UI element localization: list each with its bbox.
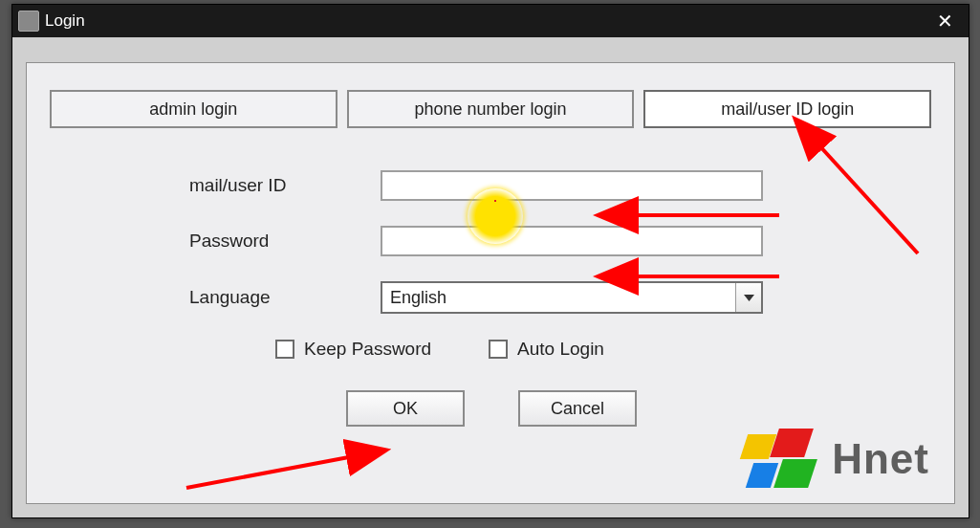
ok-button[interactable]: OK: [346, 390, 465, 427]
tab-label: mail/user ID login: [721, 99, 854, 120]
checkbox-icon: [275, 340, 294, 359]
tab-admin-login[interactable]: admin login: [50, 90, 338, 128]
brand-logo: Hnet: [744, 429, 929, 490]
password-input[interactable]: [381, 226, 763, 256]
userid-label: mail/user ID: [189, 175, 381, 196]
language-value: English: [390, 288, 446, 308]
auto-login-checkbox[interactable]: Auto Login: [489, 339, 604, 360]
tab-mail-login[interactable]: mail/user ID login: [643, 90, 931, 128]
close-icon[interactable]: ✕: [927, 10, 963, 33]
tab-phone-login[interactable]: phone number login: [347, 90, 635, 128]
cancel-button[interactable]: Cancel: [518, 390, 637, 427]
password-label: Password: [189, 231, 381, 252]
tab-label: admin login: [149, 99, 237, 120]
keep-password-label: Keep Password: [304, 339, 431, 360]
cancel-label: Cancel: [551, 399, 604, 419]
userid-input[interactable]: [381, 170, 763, 201]
brand-text: Hnet: [832, 435, 929, 483]
ok-label: OK: [393, 399, 418, 419]
login-window: Login ✕ admin login phone number login m…: [11, 4, 969, 518]
app-icon: [18, 11, 39, 32]
login-dialog: admin login phone number login mail/user…: [26, 62, 955, 504]
checkbox-icon: [489, 340, 508, 359]
titlebar: Login ✕: [12, 5, 969, 37]
keep-password-checkbox[interactable]: Keep Password: [275, 339, 431, 360]
svg-marker-0: [744, 295, 754, 301]
auto-login-label: Auto Login: [517, 339, 604, 360]
language-label: Language: [189, 287, 381, 308]
window-title: Login: [45, 11, 85, 31]
chevron-down-icon[interactable]: [735, 283, 761, 312]
tab-label: phone number login: [414, 99, 566, 120]
language-select[interactable]: English: [381, 281, 763, 314]
